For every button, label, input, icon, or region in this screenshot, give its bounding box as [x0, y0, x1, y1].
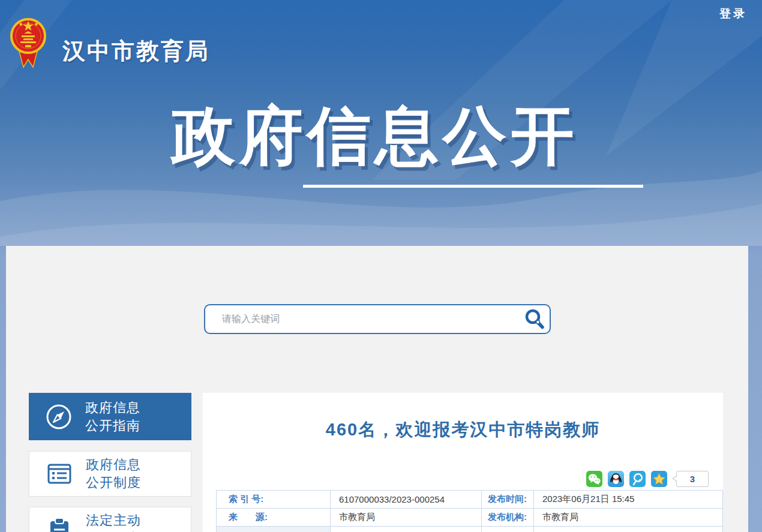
- wechat-icon[interactable]: [586, 471, 602, 487]
- meta-label-agency: 发布机构:: [481, 509, 533, 526]
- meta-label-index: 索 引 号:: [217, 491, 330, 508]
- table-row: 索 引 号: 6107000033/2023-000254 发布时间: 2023…: [217, 491, 722, 508]
- qzone-icon[interactable]: [651, 471, 667, 487]
- national-emblem-icon: [8, 16, 48, 71]
- sidebar-item-system[interactable]: 政府信息 公开制度: [29, 451, 191, 497]
- content-panel: 政府信息 公开指南 政府信息 公开制度: [6, 246, 748, 532]
- article-meta-table: 索 引 号: 6107000033/2023-000254 发布时间: 2023…: [216, 490, 723, 532]
- sidebar-item-label: 政府信息 公开指南: [85, 399, 140, 434]
- banner-title-underline: [303, 185, 643, 188]
- page: 汉中市教育局 登录 政府信息公开 政府信息: [0, 0, 762, 532]
- search-magnifier-icon: [523, 308, 545, 330]
- qq-icon[interactable]: [608, 471, 624, 487]
- login-link[interactable]: 登录: [719, 6, 747, 22]
- meta-value-source: 市教育局: [330, 509, 481, 526]
- search-button[interactable]: [518, 305, 550, 333]
- sidebar-item-label: 法定主动 公开内容: [86, 512, 141, 532]
- sidebar-item-guide[interactable]: 政府信息 公开指南: [29, 393, 191, 440]
- meta-value-index: 6107000033/2023-000254: [330, 491, 481, 508]
- search-input[interactable]: [205, 314, 518, 324]
- article-title: 460名，欢迎报考汉中市特岗教师: [203, 393, 723, 442]
- table-row-partial: [217, 526, 722, 532]
- banner-page-title: 政府信息公开: [0, 94, 756, 179]
- clipboard-icon: [45, 515, 74, 532]
- share-icon[interactable]: [629, 471, 646, 487]
- banner: 汉中市教育局 登录 政府信息公开: [0, 0, 762, 246]
- table-row: 来 源: 市教育局 发布机构: 市教育局: [217, 508, 722, 526]
- share-count-badge: 3: [676, 471, 709, 487]
- meta-label-pubtime: 发布时间:: [481, 491, 533, 508]
- meta-value-agency: 市教育局: [533, 509, 722, 526]
- compass-icon: [44, 402, 73, 431]
- meta-label-source: 来 源:: [217, 509, 330, 526]
- sidebar-item-label: 政府信息 公开制度: [86, 456, 141, 491]
- article-card: 460名，欢迎报考汉中市特岗教师: [203, 393, 723, 532]
- meta-value-pubtime: 2023年06月21日 15:45: [533, 491, 722, 508]
- document-list-icon: [45, 459, 74, 488]
- site-title: 汉中市教育局: [62, 36, 210, 67]
- share-toolbar: 3: [586, 471, 709, 487]
- sidebar-item-disclosure[interactable]: 法定主动 公开内容: [29, 507, 191, 532]
- search-box: [204, 304, 551, 334]
